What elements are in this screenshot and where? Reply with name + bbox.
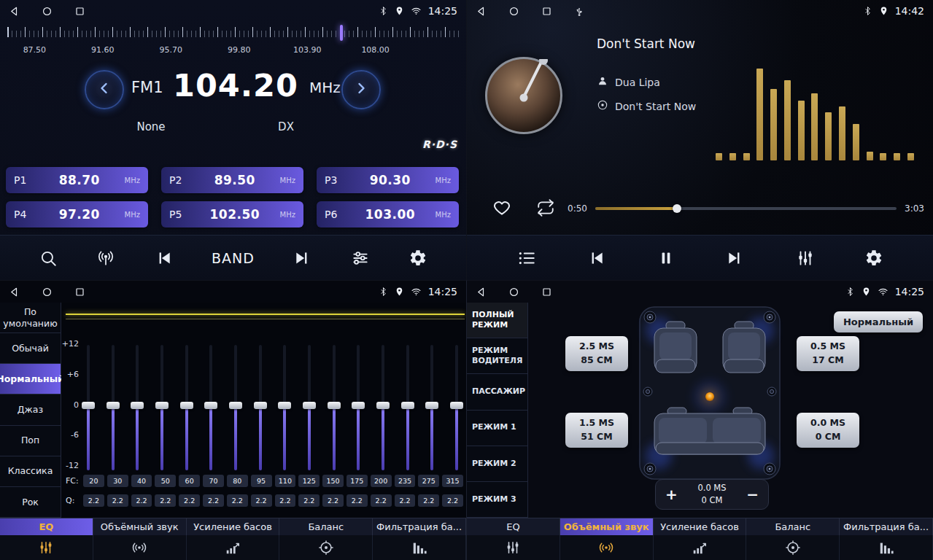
eq-band-slider[interactable] <box>131 345 144 470</box>
tab-2[interactable]: Объёмный звук <box>560 518 654 535</box>
bass-boost-icon[interactable] <box>654 535 747 560</box>
balance-icon[interactable] <box>746 535 840 560</box>
eq-preset-item[interactable]: Обычай <box>0 333 61 364</box>
frequency-dial[interactable]: 87.5091.6095.7099.80103.90108.00 <box>7 25 462 58</box>
slider-handle[interactable] <box>376 402 390 409</box>
sf-mode-item[interactable]: ПОЛНЫЙ РЕЖИМ <box>467 303 527 338</box>
back-icon[interactable] <box>9 287 20 298</box>
eq-band-slider[interactable] <box>155 345 169 470</box>
eq-preset-item[interactable]: Поп <box>0 426 61 456</box>
skip-previous-icon[interactable] <box>154 249 173 268</box>
tune-icon[interactable] <box>351 249 370 268</box>
back-icon[interactable] <box>9 6 20 17</box>
tab-2[interactable]: Объёмный звук <box>93 518 187 535</box>
slider-handle[interactable] <box>425 402 438 409</box>
home-icon[interactable] <box>508 287 519 298</box>
filter-icon[interactable] <box>373 535 466 560</box>
eq-band-slider[interactable] <box>180 345 193 470</box>
tune-down-button[interactable] <box>85 70 124 109</box>
filter-icon[interactable] <box>840 535 933 560</box>
tab-5[interactable]: Фильтрация ба... <box>840 518 933 535</box>
surround-sound-icon[interactable] <box>560 535 654 560</box>
eq-preset-item[interactable]: По умолчанию <box>0 303 61 333</box>
repeat-button[interactable] <box>535 198 556 220</box>
skip-next-icon[interactable] <box>293 249 312 268</box>
progress-bar[interactable] <box>595 207 897 210</box>
delay-front-right[interactable]: 0.5 MS 17 CM <box>797 336 859 371</box>
sf-mode-item[interactable]: РЕЖИМ 1 <box>467 411 527 446</box>
skip-previous-icon[interactable] <box>586 249 606 268</box>
sf-mode-item[interactable]: РЕЖИМ 2 <box>467 446 527 482</box>
slider-handle[interactable] <box>82 402 95 409</box>
recents-icon[interactable] <box>74 287 85 298</box>
balance-icon[interactable] <box>279 535 373 560</box>
tab-1[interactable]: EQ <box>467 518 560 535</box>
tab-4[interactable]: Баланс <box>746 518 840 535</box>
tab-3[interactable]: Усиление басов <box>187 518 280 535</box>
eq-band-slider[interactable] <box>401 345 414 470</box>
eq-band-slider[interactable] <box>254 345 267 470</box>
recents-icon[interactable] <box>541 287 552 298</box>
slider-handle[interactable] <box>278 402 291 409</box>
slider-handle[interactable] <box>204 402 217 409</box>
progress-knob[interactable] <box>673 204 681 213</box>
eq-sliders-icon[interactable] <box>0 535 93 560</box>
tune-up-button[interactable] <box>341 70 381 109</box>
bass-boost-icon[interactable] <box>187 535 280 560</box>
settings-icon[interactable] <box>409 249 427 268</box>
eq-band-slider[interactable] <box>278 345 291 470</box>
slider-handle[interactable] <box>352 402 365 409</box>
tab-5[interactable]: Фильтрация ба... <box>373 518 466 535</box>
radio-preset-button[interactable]: P188.70MHz <box>6 167 148 193</box>
broadcast-icon[interactable] <box>96 249 115 268</box>
pause-icon[interactable] <box>656 249 676 268</box>
queue-icon[interactable] <box>516 249 537 268</box>
eq-band-slider[interactable] <box>425 345 438 470</box>
radio-preset-button[interactable]: P5102.50MHz <box>161 201 303 228</box>
eq-preset-item[interactable]: Нормальный <box>0 364 61 394</box>
sf-preset-button[interactable]: Нормальный <box>834 311 923 332</box>
radio-preset-button[interactable]: P497.20MHz <box>6 201 148 228</box>
recents-icon[interactable] <box>74 6 85 17</box>
recents-icon[interactable] <box>541 6 552 17</box>
delay-front-left[interactable]: 2.5 MS 85 CM <box>565 336 628 371</box>
slider-handle[interactable] <box>401 402 414 409</box>
slider-handle[interactable] <box>229 402 242 409</box>
eq-band-slider[interactable] <box>229 345 242 470</box>
dial-pointer[interactable] <box>340 25 343 41</box>
eq-sliders-icon[interactable] <box>467 535 560 560</box>
delay-rear-left[interactable]: 1.5 MS 51 CM <box>565 413 628 448</box>
eq-band-slider[interactable] <box>352 345 365 470</box>
slider-handle[interactable] <box>254 402 267 409</box>
eq-preset-item[interactable]: Рок <box>0 487 61 518</box>
favorite-button[interactable] <box>492 198 512 220</box>
eq-band-slider[interactable] <box>376 345 390 470</box>
tab-1[interactable]: EQ <box>0 518 93 535</box>
skip-next-icon[interactable] <box>725 249 746 268</box>
eq-band-slider[interactable] <box>450 345 463 470</box>
eq-band-slider[interactable] <box>328 345 341 470</box>
slider-handle[interactable] <box>180 402 193 409</box>
delay-rear-right[interactable]: 0.0 MS 0 CM <box>797 413 859 448</box>
back-icon[interactable] <box>476 6 487 17</box>
eq-band-slider[interactable] <box>107 345 120 470</box>
eq-band-slider[interactable] <box>204 345 217 470</box>
sf-mode-item[interactable]: РЕЖИМ 3 <box>467 482 527 518</box>
increase-button[interactable]: + <box>665 487 678 502</box>
slider-handle[interactable] <box>328 402 341 409</box>
slider-handle[interactable] <box>450 402 463 409</box>
eq-band-slider[interactable] <box>303 345 316 470</box>
tab-3[interactable]: Усиление басов <box>654 518 747 535</box>
sf-mode-item[interactable]: РЕЖИМ ВОДИТЕЛЯ <box>467 338 527 374</box>
search-icon[interactable] <box>39 249 58 268</box>
slider-handle[interactable] <box>155 402 169 409</box>
eq-preset-item[interactable]: Классика <box>0 456 61 487</box>
slider-handle[interactable] <box>131 402 144 409</box>
back-icon[interactable] <box>476 287 487 298</box>
surround-sound-icon[interactable] <box>93 535 187 560</box>
home-icon[interactable] <box>42 6 53 17</box>
settings-icon[interactable] <box>864 249 883 268</box>
radio-preset-button[interactable]: P289.50MHz <box>161 167 303 193</box>
slider-handle[interactable] <box>303 402 316 409</box>
mixer-icon[interactable] <box>795 249 816 268</box>
